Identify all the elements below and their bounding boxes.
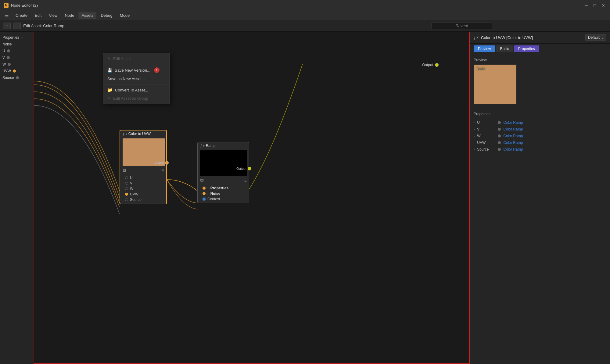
right-panel: ƒ·x Color to UVW [Color to UVW] Default … (470, 32, 610, 364)
close-button[interactable]: ✕ (600, 2, 606, 9)
node-menu-icon[interactable]: ≡ (162, 168, 164, 173)
source-label: Source (2, 76, 14, 80)
prop-v-value[interactable]: Color Ramp (503, 127, 523, 131)
menu-edit[interactable]: Edit (32, 12, 45, 19)
left-panel-properties[interactable]: Properties › (0, 34, 33, 41)
default-label: Default (588, 35, 600, 40)
tab-properties[interactable]: Properties (514, 45, 539, 52)
canvas-area[interactable]: Output ƒ·x Color to UVW 🖼 ≡ Output (34, 32, 470, 364)
prop-uvw-dot (498, 141, 501, 144)
dropdown-convert-to-asset[interactable]: 📁 Convert To Asset... (103, 86, 170, 94)
minimize-button[interactable]: ─ (583, 2, 589, 9)
tab-preview[interactable]: Preview (474, 45, 495, 52)
menu-view[interactable]: View (46, 12, 60, 19)
menu-create[interactable]: Create (13, 12, 30, 19)
prop-row-uvw: › UVW Color Ramp (474, 139, 606, 146)
ramp-menu-icon[interactable]: ≡ (244, 179, 246, 183)
menu-node[interactable]: Node (62, 12, 77, 19)
port-v-dot (125, 182, 128, 185)
prop-row-w: › W Color Ramp (474, 133, 606, 139)
uvw-label: UVW (2, 69, 11, 73)
left-panel-uvw[interactable]: UVW (0, 68, 33, 74)
dropdown-save-new-version[interactable]: 💾 Save New Version... 1 (103, 66, 170, 75)
dropdown-edit-asset[interactable]: ✎ Edit Asset (103, 55, 170, 63)
dropdown-separator-1 (103, 64, 170, 64)
node-fx-label: ƒ·x (123, 132, 127, 136)
add-button[interactable]: + (3, 23, 11, 29)
port-uvw-dot (125, 193, 128, 196)
left-panel: Properties › Noise › U V W UVW Source (0, 32, 34, 364)
menu-mode[interactable]: Mode (117, 12, 133, 19)
save-new-version-label: Save New Version... (115, 68, 150, 73)
maximize-button[interactable]: □ (592, 2, 598, 9)
source-dot (16, 76, 19, 79)
prop-source-dot (498, 148, 501, 151)
prop-uvw-value[interactable]: Color Ramp (503, 141, 523, 145)
menu-bar: ☰ Create Edit View Node Assets Debug Mod… (0, 11, 610, 20)
prop-u-dot (498, 121, 501, 124)
dropdown-save-new-asset[interactable]: Save as New Asset... (103, 75, 170, 83)
prop-w-value[interactable]: Color Ramp (503, 134, 523, 138)
port-v: V (123, 180, 164, 186)
port-w: W (123, 186, 164, 191)
node-header: ƒ·x Color to UVW (120, 130, 166, 137)
prop-source-name: Source (477, 147, 495, 152)
default-dropdown[interactable]: Default ⌄ (585, 34, 606, 41)
window-controls: ─ □ ✕ (583, 2, 606, 9)
output-port-area: Output (422, 63, 439, 67)
menu-assets[interactable]: Assets (78, 12, 96, 19)
prop-source-chevron: › (474, 148, 475, 151)
w-dot (8, 63, 11, 66)
prop-v-dot (498, 128, 501, 131)
u-dot (7, 49, 10, 52)
preview-canvas: Node (474, 65, 516, 104)
noise-chevron: › (14, 43, 15, 46)
preview-section-label: Preview (474, 58, 606, 62)
prop-v-name: V (477, 127, 495, 131)
left-panel-w[interactable]: W (0, 61, 33, 68)
save-icon: 💾 (107, 68, 112, 73)
port-u: U (123, 175, 164, 180)
page-button[interactable]: □ (13, 23, 21, 29)
prop-u-value[interactable]: Color Ramp (503, 120, 523, 125)
menu-debug[interactable]: Debug (98, 12, 115, 19)
window-title: Node Editor (2) (11, 3, 581, 8)
main-layout: Properties › Noise › U V W UVW Source (0, 32, 610, 364)
preview-node-label: Node (475, 66, 486, 71)
node-image-icon[interactable]: 🖼 (123, 168, 126, 173)
uvw-dot (13, 70, 16, 73)
port-u-dot (125, 176, 128, 179)
node-output-label: Output (154, 161, 164, 165)
ramp-node[interactable]: ƒ·x Ramp 🖼 ≡ Output › Properties (197, 142, 249, 203)
v-label: V (2, 55, 5, 60)
right-fx-badge: ƒ·x (474, 35, 479, 40)
ramp-image-icon[interactable]: 🖼 (200, 179, 204, 183)
properties-section: Properties › U Color Ramp › V Color Ramp… (470, 108, 610, 364)
left-panel-source[interactable]: Source (0, 74, 33, 81)
hamburger-menu[interactable]: ☰ (2, 12, 11, 19)
properties-section-title: Properties (474, 112, 606, 116)
prop-row-v: › V Color Ramp (474, 126, 606, 133)
ramp-port-properties-dot (203, 187, 206, 190)
prop-source-value[interactable]: Color Ramp (503, 147, 523, 152)
left-panel-u[interactable]: U (0, 48, 33, 54)
prop-w-dot (498, 134, 501, 137)
right-panel-header: ƒ·x Color to UVW [Color to UVW] Default … (470, 32, 610, 44)
ramp-properties-chevron: › (207, 186, 209, 190)
prop-v-chevron: › (474, 128, 475, 131)
ramp-fx-label: ƒ·x (200, 144, 205, 148)
ramp-output-port (248, 167, 251, 170)
tab-basic[interactable]: Basic (496, 45, 513, 52)
node-ports: U V W UVW Source (120, 174, 166, 204)
left-panel-v[interactable]: V (0, 54, 33, 61)
prop-uvw-name: UVW (477, 141, 495, 145)
toolbar: + □ Edit Asset: Color Ramp (0, 20, 610, 32)
left-panel-noise[interactable]: Noise › (0, 41, 33, 48)
dropdown-edit-as-group[interactable]: ✎ Edit Asset as Group (103, 94, 170, 102)
ramp-port-properties: › Properties (200, 185, 246, 191)
color-to-uvw-node[interactable]: ƒ·x Color to UVW 🖼 ≡ Output U (120, 130, 167, 204)
ramp-ports: › Properties › Noise Context (198, 184, 249, 203)
ramp-title: Ramp (206, 144, 216, 148)
node-output-port (165, 161, 169, 165)
reveal-input[interactable] (431, 22, 492, 29)
